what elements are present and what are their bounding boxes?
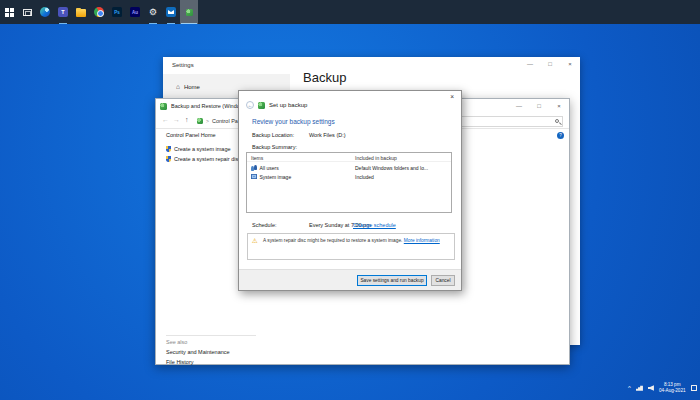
help-icon[interactable]: ? <box>557 132 564 139</box>
back-icon[interactable]: ← <box>162 116 169 123</box>
backup-location-label: Backup Location: <box>252 132 294 138</box>
sidebar-item-create-system-image[interactable]: Create a system image <box>166 146 231 152</box>
warning-icon: ⚠ <box>252 237 258 245</box>
backup-window-controls: — □ × <box>509 99 569 113</box>
taskbar-item-file-explorer[interactable] <box>72 0 90 24</box>
home-label: Home <box>184 84 200 90</box>
search-icon <box>555 119 560 124</box>
system-image-icon <box>251 174 257 179</box>
dialog-heading: Review your backup settings <box>252 118 335 125</box>
forward-icon[interactable]: → <box>173 116 180 123</box>
show-hidden-icons-button[interactable]: ^ <box>628 385 631 391</box>
taskbar-item-teams[interactable]: T <box>54 0 72 24</box>
task-view-button[interactable] <box>18 0 36 24</box>
item-cell: System image <box>251 174 291 180</box>
sidebar-item-control-panel-home[interactable]: Control Panel Home <box>166 132 216 138</box>
photoshop-icon: Ps <box>112 7 122 17</box>
windows-logo-icon <box>5 8 14 17</box>
backup-app-icon <box>186 9 193 16</box>
start-button[interactable] <box>0 0 18 24</box>
dialog-footer: Save settings and run backup Cancel <box>239 269 461 290</box>
taskbar-item-photoshop[interactable]: Ps <box>108 0 126 24</box>
table-row[interactable]: System image Included <box>247 172 451 181</box>
save-settings-run-backup-button[interactable]: Save settings and run backup <box>357 275 427 286</box>
all-users-icon <box>251 165 257 170</box>
warning-box: ⚠ A system repair disc might be required… <box>247 233 455 260</box>
settings-window-controls: — □ × <box>520 57 580 71</box>
audition-icon: Au <box>130 7 140 17</box>
see-also-label: See also <box>166 339 256 345</box>
backup-location-value: Work Files (D:) <box>309 132 346 138</box>
control-panel-home-label: Control Panel Home <box>166 132 216 138</box>
sidebar-item-create-repair-disc[interactable]: Create a system repair disc <box>166 156 241 162</box>
taskbar-item-settings[interactable]: ⚙ <box>144 0 162 24</box>
clock[interactable]: 8:13 pm 04-Aug-2021 <box>659 382 686 393</box>
home-icon: ⌂ <box>176 83 180 90</box>
taskbar-item-backup-restore[interactable] <box>180 0 198 24</box>
backup-summary-label: Backup Summary: <box>252 144 297 150</box>
dialog-header: ← Set up backup <box>246 101 307 109</box>
create-system-image-label: Create a system image <box>174 146 231 152</box>
more-information-link[interactable]: More information <box>404 238 440 243</box>
schedule-label: Schedule: <box>252 222 276 228</box>
table-row[interactable]: All users Default Windows folders and lo… <box>247 163 451 172</box>
change-schedule-link[interactable]: Change schedule <box>353 222 396 228</box>
task-view-icon <box>23 9 32 16</box>
cancel-button[interactable]: Cancel <box>431 275 455 286</box>
warning-message: A system repair disc might be required t… <box>263 238 404 243</box>
uac-shield-icon <box>166 146 171 152</box>
table-header: Items Included in backup <box>247 153 451 162</box>
close-icon[interactable]: × <box>560 57 580 71</box>
maximize-icon[interactable]: □ <box>529 99 549 113</box>
setup-backup-dialog: × ← Set up backup Review your backup set… <box>238 90 462 291</box>
settings-window-title: Settings <box>172 62 194 68</box>
warning-text: A system repair disc might be required t… <box>263 238 450 244</box>
back-icon[interactable]: ← <box>246 101 254 109</box>
taskbar-item-chrome[interactable] <box>90 0 108 24</box>
backup-app-icon <box>160 103 167 110</box>
action-center-icon[interactable] <box>691 385 698 392</box>
mail-icon <box>166 7 176 17</box>
see-also-section: See also Security and Maintenance File H… <box>166 335 256 369</box>
up-icon[interactable]: ↑ <box>185 116 189 123</box>
network-icon[interactable] <box>636 385 643 391</box>
minimize-icon[interactable]: — <box>509 99 529 113</box>
item-label: System image <box>260 174 292 180</box>
item-cell: All users <box>251 165 279 171</box>
taskbar-item-audition[interactable]: Au <box>126 0 144 24</box>
gear-icon: ⚙ <box>149 8 157 17</box>
create-repair-disc-label: Create a system repair disc <box>174 156 241 162</box>
close-icon[interactable]: × <box>447 92 457 101</box>
teams-icon: T <box>58 7 68 17</box>
settings-page-title: Backup <box>303 70 346 85</box>
chevron-right-icon: > <box>206 118 209 124</box>
included-cell: Included <box>355 174 374 180</box>
dialog-title: Set up backup <box>269 102 307 108</box>
taskbar: T Ps Au ⚙ <box>0 0 700 24</box>
close-icon[interactable]: × <box>549 99 569 113</box>
taskbar-item-edge[interactable] <box>36 0 54 24</box>
control-panel-icon <box>197 118 203 124</box>
backup-summary-table: Items Included in backup All users Defau… <box>246 152 452 213</box>
system-tray: ^ 8:13 pm 04-Aug-2021 <box>628 376 697 400</box>
uac-shield-icon <box>166 156 171 162</box>
sidebar-item-file-history[interactable]: File History <box>166 359 256 365</box>
volume-icon[interactable] <box>648 385 654 391</box>
column-included: Included in backup <box>355 155 397 161</box>
minimize-icon[interactable]: — <box>520 57 540 71</box>
item-label: All users <box>260 165 279 171</box>
edge-icon <box>40 7 50 17</box>
sidebar-item-home[interactable]: ⌂ Home <box>176 83 200 90</box>
setup-backup-icon <box>258 102 265 109</box>
sidebar-item-security-maintenance[interactable]: Security and Maintenance <box>166 349 256 355</box>
maximize-icon[interactable]: □ <box>540 57 560 71</box>
file-explorer-icon <box>76 9 86 17</box>
tray-date: 04-Aug-2021 <box>659 388 686 394</box>
taskbar-item-mail[interactable] <box>162 0 180 24</box>
chrome-icon <box>94 7 104 17</box>
included-cell: Default Windows folders and lo... <box>355 165 428 171</box>
column-items: Items <box>251 155 263 161</box>
